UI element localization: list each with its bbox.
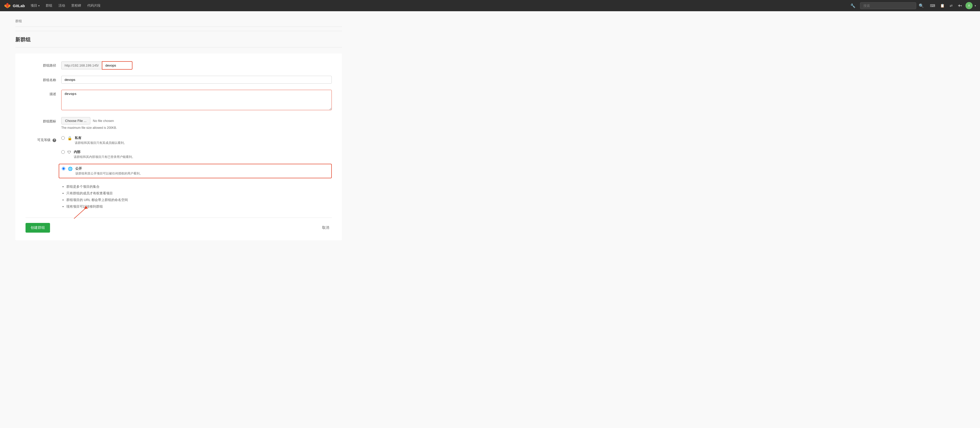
divider-top [15, 31, 342, 31]
breadcrumb: 群组 [15, 19, 342, 27]
file-input-row: Choose File ... No file chosen [61, 117, 332, 124]
visibility-internal-radio[interactable] [61, 150, 65, 154]
visibility-private-text: 私有 该群组和其项目只有其成员能以看到。 [75, 136, 127, 145]
group-path-prefix: http://192.168.199.145/ [61, 62, 102, 70]
nav-item-activity[interactable]: 活动 [56, 2, 68, 10]
info-item-2: 只有群组的成员才有权查看项目 [66, 190, 332, 197]
globe-icon: 🌐 [68, 166, 73, 171]
no-file-text: No file chosen [93, 119, 114, 123]
form-section: 群组路径 http://192.168.199.145/ 群组名称 描述 [15, 54, 342, 240]
wrench-icon: 🔧 [850, 3, 856, 8]
search-button[interactable]: 🔍 [917, 2, 925, 9]
navbar-right: ⌨ 📋 ⇄ + ▾ A ▾ [928, 2, 976, 10]
group-path-label: 群组路径 [25, 61, 56, 68]
search-input[interactable] [860, 2, 916, 9]
info-list: 群组是多个项目的集合 只有群组的成员才有权查看项目 群组项目的 URL 都会带上… [61, 183, 332, 210]
form-actions-container: 创建群组 取消 [25, 217, 332, 233]
create-group-button[interactable]: 创建群组 [25, 223, 50, 233]
shield-icon: 🛡 [67, 150, 71, 154]
info-item-1: 群组是多个项目的集合 [66, 183, 332, 190]
help-icon[interactable]: ? [52, 138, 56, 142]
info-item-4: 现有项目可以转移到群组 [66, 203, 332, 210]
visibility-control: 🔒 私有 该群组和其项目只有其成员能以看到。 🛡 内部 该群组和其内部项目只有已… [61, 136, 332, 210]
chevron-down-icon: ▾ [38, 4, 40, 7]
visibility-internal-text: 内部 该群组和其内部项目只有已登录用户能看到。 [74, 150, 135, 159]
brand-name: GitLab [13, 3, 25, 8]
page-wrap: 群组 新群组 群组路径 http://192.168.199.145/ 群组名称… [0, 11, 357, 255]
plus-icon: + [958, 3, 961, 8]
page-title: 新群组 [15, 36, 342, 48]
group-icon-control: Choose File ... No file chosen The maxim… [61, 117, 332, 130]
group-name-row: 群组名称 [25, 76, 332, 84]
group-name-label: 群组名称 [25, 76, 56, 82]
description-control [61, 90, 332, 111]
user-avatar[interactable]: A [966, 2, 973, 9]
user-chevron-icon: ▾ [975, 4, 976, 7]
gitlab-logo-icon [4, 2, 11, 9]
group-name-control [61, 76, 332, 84]
group-path-input-group: http://192.168.199.145/ [61, 61, 332, 70]
visibility-public-radio[interactable] [62, 167, 65, 170]
nav-item-groups[interactable]: 群组 [43, 2, 55, 10]
visibility-private-option: 🔒 私有 该群组和其项目只有其成员能以看到。 [61, 136, 332, 145]
wrench-icon-btn[interactable]: 🔧 [849, 2, 857, 9]
visibility-internal-option: 🛡 内部 该群组和其内部项目只有已登录用户能看到。 [61, 150, 332, 159]
group-path-input[interactable] [102, 61, 132, 70]
visibility-row: 可见等级 ? 🔒 私有 该群组和其项目只有其成员能以看到。 🛡 [25, 136, 332, 210]
description-row: 描述 [25, 90, 332, 111]
cancel-button[interactable]: 取消 [320, 223, 332, 233]
keyboard-shortcut-icon-btn[interactable]: ⌨ [928, 3, 937, 9]
info-item-3: 群组项目的 URL 都会带上群组的命名空间 [66, 197, 332, 203]
group-icon-row: 群组图标 Choose File ... No file chosen The … [25, 117, 332, 130]
choose-file-button[interactable]: Choose File ... [61, 117, 90, 124]
todo-icon: 📋 [940, 3, 945, 8]
visibility-public-option: 🌐 公开 该群组和其公开项目可以被任何授权的用户看到。 [59, 164, 332, 178]
merge-request-icon-btn[interactable]: ⇄ [948, 3, 954, 9]
todo-icon-btn[interactable]: 📋 [939, 3, 946, 9]
group-icon-label: 群组图标 [25, 117, 56, 124]
nav-item-milestones[interactable]: 里程碑 [68, 2, 84, 10]
visibility-private-radio[interactable] [61, 136, 65, 140]
description-label: 描述 [25, 90, 56, 97]
search-icon: 🔍 [919, 3, 924, 8]
visibility-public-text: 公开 该群组和其公开项目可以被任何授权的用户看到。 [75, 166, 143, 176]
visibility-label: 可见等级 ? [25, 136, 56, 142]
plus-icon-btn[interactable]: + ▾ [956, 2, 963, 10]
merge-request-icon: ⇄ [950, 3, 953, 8]
brand[interactable]: GitLab [4, 2, 25, 9]
form-actions: 创建群组 取消 [25, 217, 332, 233]
nav-item-snippets[interactable]: 代码片段 [85, 2, 103, 10]
group-name-input[interactable] [61, 76, 332, 84]
description-input[interactable] [61, 90, 332, 110]
navbar: GitLab 项目 ▾ 群组 活动 里程碑 代码片段 🔧 🔍 ⌨ 📋 ⇄ [0, 0, 980, 11]
nav-item-projects[interactable]: 项目 ▾ [28, 2, 42, 10]
file-size-hint: The maximum file size allowed is 200KB. [61, 126, 332, 130]
group-path-control: http://192.168.199.145/ [61, 61, 332, 70]
keyboard-icon: ⌨ [930, 3, 935, 8]
chevron-down-icon: ▾ [961, 4, 962, 7]
group-path-row: 群组路径 http://192.168.199.145/ [25, 61, 332, 70]
lock-icon: 🔒 [67, 136, 72, 141]
